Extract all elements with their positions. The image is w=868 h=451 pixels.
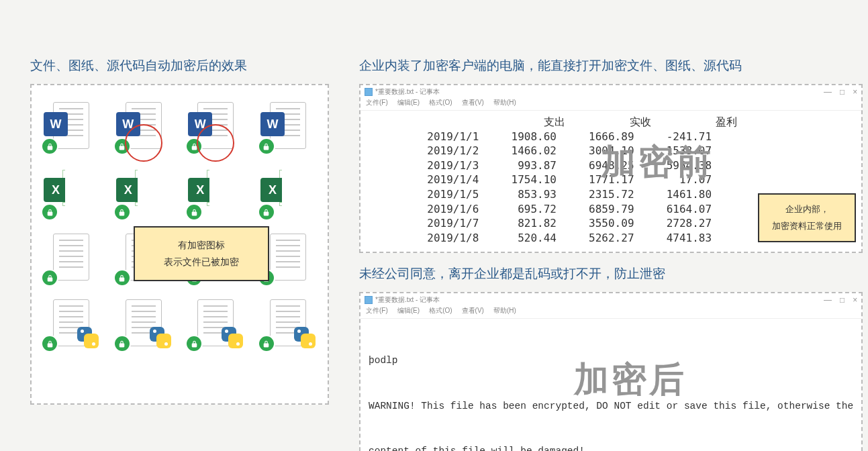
lock-icon: [258, 335, 275, 352]
lock-icon: [113, 269, 131, 287]
external-garbled-panel: 未经公司同意，离开企业都是乱码或打不开，防止泄密 *重要数据.txt - 记事本…: [359, 265, 863, 451]
maximize-button[interactable]: □: [840, 87, 845, 97]
menu-file[interactable]: 文件(F): [366, 98, 388, 107]
menu-edit[interactable]: 编辑(E): [397, 306, 420, 315]
notepad-icon: [365, 88, 373, 96]
notepad-window-before[interactable]: *重要数据.txt - 记事本 — □ × 文件(F) 编辑(E) 格式(O) …: [359, 84, 863, 253]
window-titlebar[interactable]: *重要数据.txt - 记事本 — □ ×: [360, 85, 861, 97]
window-title: *重要数据.txt - 记事本: [375, 295, 440, 305]
excel-icon: X: [188, 178, 212, 202]
note-internal-use: 企业内部， 加密资料正常使用: [758, 193, 856, 242]
highlight-ring-icon: [125, 124, 162, 162]
menu-help[interactable]: 帮助(H): [493, 306, 516, 315]
lock-icon: [41, 203, 58, 221]
word-file-1[interactable]: W: [44, 100, 99, 151]
menubar: 文件(F) 编辑(E) 格式(O) 查看(V) 帮助(H): [360, 97, 861, 111]
lock-icon: [113, 335, 131, 352]
python-file-2[interactable]: [116, 297, 171, 348]
rightB-title: 未经公司同意，离开企业都是乱码或打不开，防止泄密: [359, 265, 863, 283]
callout-line1: 有加密图标: [140, 237, 262, 254]
maximize-button[interactable]: □: [840, 295, 845, 305]
word-icon: W: [44, 112, 68, 136]
notepad-body[interactable]: 加密后 þodlp WARNING! This file has been en…: [360, 319, 861, 451]
python-file-3[interactable]: [188, 297, 243, 348]
encrypted-effect-panel: 文件、图纸、源代码自动加密后的效果 W W W: [30, 57, 329, 451]
minimize-button[interactable]: —: [824, 295, 832, 305]
note-line2: 加密资料正常使用: [769, 218, 845, 235]
row-excel: X X X X: [44, 166, 316, 217]
python-icon: [75, 324, 101, 351]
excel-file-2[interactable]: X: [116, 166, 171, 217]
menu-edit[interactable]: 编辑(E): [397, 98, 420, 107]
menu-view[interactable]: 查看(V): [462, 306, 484, 315]
callout-line2: 表示文件已被加密: [140, 254, 262, 270]
close-button[interactable]: ×: [853, 87, 857, 97]
menubar: 文件(F) 编辑(E) 格式(O) 查看(V) 帮助(H): [360, 305, 861, 319]
highlight-ring-icon: [197, 124, 234, 162]
row-word: W W W W: [44, 100, 316, 151]
notepad-body[interactable]: 加密前 支出 实收 盈利 2019/1/1 1908.60 1666.89 -2…: [360, 111, 861, 252]
python-file-1[interactable]: [44, 297, 99, 348]
close-button[interactable]: ×: [853, 295, 857, 305]
menu-format[interactable]: 格式(O): [429, 98, 452, 107]
notepad-window-after[interactable]: *重要数据.txt - 记事本 — □ × 文件(F) 编辑(E) 格式(O) …: [359, 292, 863, 451]
file-icon-board: W W W W: [30, 84, 329, 405]
excel-file-1[interactable]: X: [44, 166, 99, 217]
word-file-3[interactable]: W: [188, 100, 243, 151]
notepad-icon: [365, 296, 373, 304]
left-title: 文件、图纸、源代码自动加密后的效果: [30, 57, 329, 74]
rightA-title: 企业内装了加密客户端的电脑，能直接打开加密文件、图纸、源代码: [359, 57, 863, 74]
garbled-content: þodlp WARNING! This file has been encryp…: [369, 323, 853, 451]
word-file-4[interactable]: W: [260, 100, 316, 151]
lock-icon: [41, 269, 58, 287]
menu-format[interactable]: 格式(O): [429, 306, 452, 315]
window-title: *重要数据.txt - 记事本: [375, 87, 440, 97]
lock-icon: [185, 335, 203, 352]
lock-icon: [41, 335, 58, 352]
lock-icon: [185, 203, 203, 221]
window-titlebar[interactable]: *重要数据.txt - 记事本 — □ ×: [360, 293, 861, 305]
lock-icon: [41, 138, 58, 155]
row-python: [44, 297, 316, 348]
lock-icon: [258, 138, 275, 155]
minimize-button[interactable]: —: [824, 87, 832, 97]
lock-icon: [258, 203, 275, 221]
python-icon: [147, 324, 174, 351]
encrypted-label-callout: 有加密图标 表示文件已被加密: [134, 226, 269, 281]
menu-help[interactable]: 帮助(H): [493, 98, 516, 107]
menu-file[interactable]: 文件(F): [366, 306, 388, 315]
python-icon: [219, 324, 246, 351]
note-line1: 企业内部，: [769, 201, 845, 218]
excel-icon: X: [44, 178, 68, 202]
excel-icon: X: [116, 178, 140, 202]
excel-file-4[interactable]: X: [260, 166, 316, 217]
text-file-1[interactable]: [44, 232, 99, 283]
python-icon: [291, 324, 318, 351]
excel-file-3[interactable]: X: [188, 166, 243, 217]
word-icon: W: [260, 112, 285, 136]
python-file-4[interactable]: [260, 297, 316, 348]
lock-icon: [113, 203, 131, 221]
internal-open-panel: 企业内装了加密客户端的电脑，能直接打开加密文件、图纸、源代码 *重要数据.txt…: [359, 57, 863, 253]
menu-view[interactable]: 查看(V): [462, 98, 484, 107]
excel-icon: X: [260, 178, 285, 202]
word-file-2[interactable]: W: [116, 100, 171, 151]
